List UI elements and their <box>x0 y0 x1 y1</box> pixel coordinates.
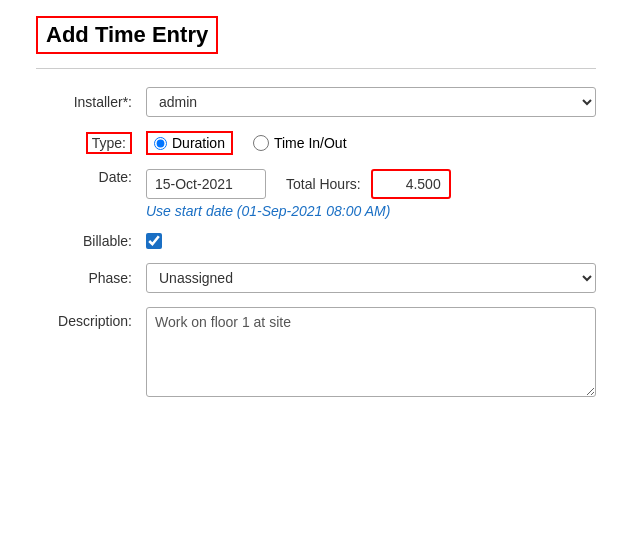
date-input[interactable]: 15-Oct-2021 <box>146 169 266 199</box>
date-hours-row: Date: 15-Oct-2021 Total Hours: 4.500 <box>36 169 596 199</box>
use-start-date-hint: (01-Sep-2021 08:00 AM) <box>237 203 391 219</box>
phase-control: Unassigned <box>146 263 596 293</box>
description-label: Description: <box>36 307 146 329</box>
form-title: Add Time Entry <box>36 16 218 54</box>
phase-label: Phase: <box>36 270 146 286</box>
type-label-box: Type: <box>36 132 146 154</box>
use-start-date-text: Use start date <box>146 203 233 219</box>
radio-group: Duration Time In/Out <box>146 131 347 155</box>
installer-select[interactable]: admin <box>146 87 596 117</box>
use-start-date-link[interactable]: Use start date (01-Sep-2021 08:00 AM) <box>146 204 390 219</box>
phase-select[interactable]: Unassigned <box>146 263 596 293</box>
description-control: Work on floor 1 at site <box>146 307 596 400</box>
description-textarea[interactable]: Work on floor 1 at site <box>146 307 596 397</box>
total-hours-label: Total Hours: <box>286 176 361 192</box>
type-label: Type: <box>86 132 132 154</box>
billable-row: Billable: <box>36 233 596 249</box>
installer-row: Installer*: admin <box>36 87 596 117</box>
time-in-out-radio[interactable] <box>253 135 269 151</box>
type-row: Type: Duration Time In/Out <box>36 131 596 155</box>
divider <box>36 68 596 69</box>
billable-label: Billable: <box>36 233 146 249</box>
installer-label: Installer*: <box>36 94 146 110</box>
duration-option: Duration <box>146 131 233 155</box>
duration-radio[interactable] <box>154 137 167 150</box>
phase-row: Phase: Unassigned <box>36 263 596 293</box>
form-container: Add Time Entry Installer*: admin Type: D… <box>16 0 616 444</box>
date-block: 15-Oct-2021 <box>146 169 266 199</box>
time-in-out-label: Time In/Out <box>274 135 347 151</box>
description-row: Description: Work on floor 1 at site <box>36 307 596 400</box>
billable-control <box>146 233 596 249</box>
installer-control: admin <box>146 87 596 117</box>
total-hours-block: Total Hours: 4.500 <box>286 169 451 199</box>
total-hours-input[interactable]: 4.500 <box>371 169 451 199</box>
duration-label: Duration <box>172 135 225 151</box>
date-label: Date: <box>36 169 146 185</box>
use-start-date-row: Use start date (01-Sep-2021 08:00 AM) <box>146 203 596 219</box>
time-in-out-option: Time In/Out <box>253 135 347 151</box>
billable-checkbox[interactable] <box>146 233 162 249</box>
